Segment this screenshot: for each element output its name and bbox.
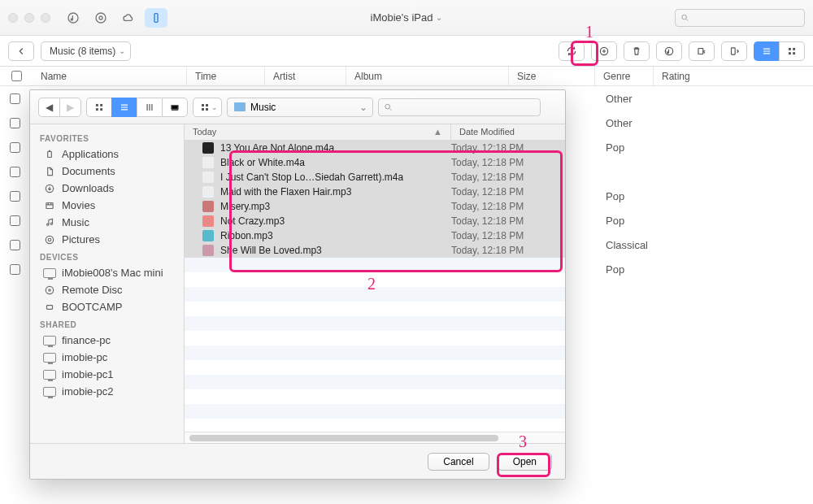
file-modified: Today, 12:18 PM <box>451 142 557 154</box>
genre-cell: Other <box>606 93 633 105</box>
nav-buttons[interactable]: ◀ ▶ <box>38 98 81 117</box>
nav-back-button[interactable]: ◀ <box>38 98 59 117</box>
sidebar-item[interactable]: imobie-pc1 <box>30 366 184 383</box>
select-all-checkbox[interactable] <box>11 71 22 81</box>
svg-rect-19 <box>172 105 178 109</box>
list-view-button[interactable] <box>754 41 779 61</box>
file-row[interactable]: Misery.mp3Today, 12:18 PM <box>185 199 565 214</box>
icon-view-button[interactable] <box>86 98 111 117</box>
delete-button[interactable] <box>624 41 650 61</box>
row-checkbox[interactable] <box>10 142 20 153</box>
svg-point-32 <box>46 286 53 293</box>
file-row[interactable]: She Will Be Loved.mp3Today, 12:18 PM <box>185 243 565 258</box>
svg-point-30 <box>46 236 53 243</box>
window-controls[interactable] <box>8 13 50 23</box>
file-name: Ribbon.mp3 <box>220 230 451 241</box>
file-name: 13 You Are Not Alone.m4a <box>220 142 451 154</box>
sidebar-item[interactable]: Music <box>30 214 184 231</box>
svg-rect-13 <box>789 52 791 54</box>
sidebar-item[interactable]: imobie-pc2 <box>30 383 184 400</box>
toolbar: Music (8 items) <box>0 36 813 67</box>
col-rating[interactable]: Rating <box>654 67 813 85</box>
sidebar-item-label: BOOTCAMP <box>62 301 122 313</box>
file-row[interactable]: Not Crazy.mp3Today, 12:18 PM <box>185 214 565 228</box>
export-button[interactable] <box>721 41 747 61</box>
col-album[interactable]: Album <box>346 67 509 85</box>
col-size[interactable]: Size <box>509 67 595 85</box>
sidebar-item[interactable]: BOOTCAMP <box>30 298 184 315</box>
genre-cell: Pop <box>606 263 624 276</box>
column-view-button[interactable] <box>137 98 162 117</box>
row-checkbox[interactable] <box>10 240 20 250</box>
sidebar-item[interactable]: Downloads <box>30 180 184 197</box>
row-checkbox[interactable] <box>10 167 20 177</box>
breadcrumb-select[interactable]: Music (8 items) <box>41 41 131 61</box>
row-checkbox[interactable] <box>10 118 20 128</box>
col-name[interactable]: Name <box>33 67 187 85</box>
svg-point-24 <box>385 104 390 109</box>
sidebar-item[interactable]: Remote Disc <box>30 281 184 298</box>
coverflow-view-button[interactable] <box>162 98 188 117</box>
sidebar-item[interactable]: Movies <box>30 197 184 214</box>
list-view2-button[interactable] <box>111 98 137 117</box>
sidebar-item-label: iMobie008's Mac mini <box>62 267 163 279</box>
dialog-view-toggle[interactable] <box>86 98 188 117</box>
sidebar-item[interactable]: Applications <box>30 146 184 163</box>
file-name: I Just Can't Stop Lo…Siedah Garrett).m4a <box>220 172 451 183</box>
sidebar-item[interactable]: imobie-pc <box>30 349 184 366</box>
row-checkbox[interactable] <box>10 215 20 226</box>
file-thumb-icon <box>202 215 214 227</box>
sidebar-item[interactable]: finance-pc <box>30 332 184 349</box>
file-modified: Today, 12:18 PM <box>451 215 557 227</box>
sidebar-item[interactable]: iMobie008's Mac mini <box>30 264 184 281</box>
back-button[interactable] <box>8 41 34 61</box>
music-tab-icon[interactable] <box>62 8 85 28</box>
col-artist[interactable]: Artist <box>265 67 346 85</box>
file-thumb-icon <box>202 172 214 183</box>
row-checkbox[interactable] <box>10 264 20 275</box>
callout-number-2: 2 <box>367 275 376 293</box>
arrange-button[interactable]: ⌄ <box>193 98 222 117</box>
sidebar-item[interactable]: Documents <box>30 163 184 180</box>
file-row[interactable]: 13 You Are Not Alone.m4aToday, 12:18 PM <box>185 141 565 155</box>
window-title[interactable]: iMobie's iPad⌄ <box>371 11 443 24</box>
dialog-search[interactable] <box>378 98 541 116</box>
search-input[interactable] <box>675 9 805 27</box>
cancel-button[interactable]: Cancel <box>428 453 489 471</box>
to-itunes-button[interactable] <box>656 41 682 61</box>
sidebar-item-label: Downloads <box>62 182 114 194</box>
sidebar-item-label: imobie-pc1 <box>62 368 114 380</box>
cloud-tab-icon[interactable] <box>117 8 140 28</box>
row-checkbox[interactable] <box>10 93 20 104</box>
grid-view-button[interactable] <box>779 41 805 61</box>
open-button[interactable]: Open <box>498 453 552 471</box>
add-button[interactable] <box>591 41 617 61</box>
col-time[interactable]: Time <box>187 67 265 85</box>
svg-point-5 <box>682 15 687 20</box>
location-select[interactable]: Music <box>227 98 373 117</box>
genre-cell: Pop <box>606 190 624 202</box>
device-tab-icon[interactable] <box>145 8 167 28</box>
horizontal-scrollbar[interactable] <box>185 432 565 443</box>
row-checkbox[interactable] <box>10 191 20 202</box>
file-modified: Today, 12:18 PM <box>451 157 557 168</box>
to-device-button[interactable] <box>689 41 715 61</box>
file-row[interactable]: I Just Can't Stop Lo…Siedah Garrett).m4a… <box>185 170 565 185</box>
genre-cell: Pop <box>606 215 624 227</box>
file-col-name[interactable]: Today▲ <box>185 124 451 140</box>
col-genre[interactable]: Genre <box>595 67 654 85</box>
sidebar-item-label: Applications <box>62 148 119 160</box>
file-thumb-icon <box>202 230 214 241</box>
view-toggle[interactable] <box>754 41 805 61</box>
svg-rect-27 <box>46 202 53 208</box>
file-thumb-icon <box>202 142 214 154</box>
file-col-modified[interactable]: Date Modified <box>451 124 565 140</box>
apps-tab-icon[interactable] <box>89 8 112 28</box>
refresh-button[interactable] <box>559 41 585 61</box>
nav-fwd-button[interactable]: ▶ <box>59 98 81 117</box>
file-row[interactable]: Ribbon.mp3Today, 12:18 PM <box>185 228 565 243</box>
file-row[interactable]: Black or White.m4aToday, 12:18 PM <box>185 155 565 170</box>
sidebar-item[interactable]: Pictures <box>30 231 184 248</box>
file-row[interactable]: Maid with the Flaxen Hair.mp3Today, 12:1… <box>185 185 565 199</box>
svg-rect-14 <box>793 52 795 54</box>
